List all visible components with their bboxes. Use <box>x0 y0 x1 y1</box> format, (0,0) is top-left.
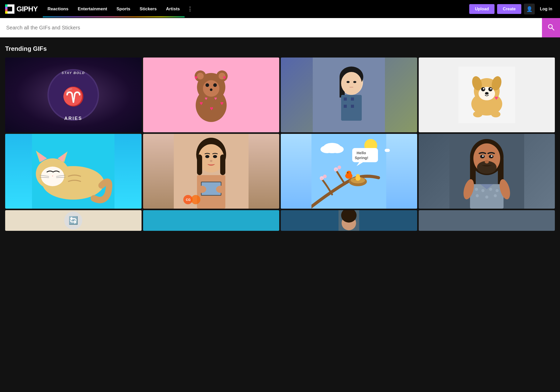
header: GIPHY Reactions Entertainment Sports Sti… <box>0 0 560 18</box>
svg-point-126 <box>489 188 492 191</box>
svg-point-100 <box>323 175 327 178</box>
svg-point-57 <box>491 111 500 117</box>
main-nav: Reactions Entertainment Sports Stickers … <box>43 1 467 17</box>
nav-item-reactions[interactable]: Reactions <box>43 1 73 17</box>
logo[interactable]: GIPHY <box>5 4 38 14</box>
svg-rect-75 <box>197 154 202 175</box>
svg-text:♈: ♈ <box>62 86 85 107</box>
giphy-logo-icon <box>5 4 14 14</box>
svg-point-86 <box>191 195 200 204</box>
svg-point-127 <box>496 189 499 192</box>
svg-rect-95 <box>352 148 378 162</box>
logo-text: GIPHY <box>17 5 38 13</box>
nav-item-stickers[interactable]: Stickers <box>135 1 161 17</box>
gif-item-partial-2[interactable] <box>143 210 279 231</box>
svg-rect-2 <box>5 9 7 11</box>
svg-point-36 <box>347 81 350 83</box>
gif-item-cat[interactable] <box>5 134 142 209</box>
search-input[interactable] <box>0 19 542 36</box>
nav-item-sports[interactable]: Sports <box>112 1 135 17</box>
svg-rect-42 <box>344 105 347 108</box>
svg-point-22 <box>213 83 217 87</box>
gif-item-aries[interactable]: ♈ STAY BOLD ARIES <box>5 58 142 132</box>
svg-rect-0 <box>5 4 7 7</box>
svg-text:🔄: 🔄 <box>69 216 78 225</box>
svg-point-54 <box>485 92 489 95</box>
svg-text:♥: ♥ <box>495 94 498 101</box>
nav-more-icon[interactable]: ⋮ <box>185 6 195 12</box>
svg-point-82 <box>197 186 206 193</box>
gif-item-girl[interactable] <box>281 58 417 132</box>
gif-grid: ♈ STAY BOLD ARIES <box>5 58 555 209</box>
svg-rect-43 <box>351 105 354 108</box>
svg-point-130 <box>494 194 497 197</box>
svg-point-18 <box>197 73 204 79</box>
section-title: Trending GIFs <box>5 45 555 52</box>
svg-point-122 <box>485 160 489 164</box>
gif-item-jason[interactable] <box>419 134 555 209</box>
svg-text:♥: ♥ <box>214 96 217 101</box>
svg-text:CG: CG <box>186 198 191 202</box>
profile-button[interactable]: 👤 <box>524 4 535 14</box>
search-bar <box>0 18 560 37</box>
svg-point-37 <box>353 81 356 83</box>
svg-text:♥: ♥ <box>223 74 226 81</box>
svg-rect-1 <box>5 7 7 9</box>
nav-item-entertainment[interactable]: Entertainment <box>73 1 112 17</box>
svg-text:♥: ♥ <box>200 100 203 107</box>
svg-point-90 <box>331 145 344 153</box>
aries-label-text: ARIES <box>64 116 82 121</box>
search-icon <box>547 23 555 32</box>
svg-point-79 <box>210 160 212 162</box>
svg-point-23 <box>210 88 212 91</box>
nav-actions: Upload Create 👤 Log in <box>469 4 555 14</box>
svg-point-77 <box>205 155 209 158</box>
gif-item-bear[interactable]: ♥ ♥ ♥ ♥ ♥ ♥ ♥ <box>143 58 279 132</box>
svg-text:Hello: Hello <box>357 151 366 155</box>
gif-item-woman-phone[interactable]: CG <box>143 134 279 209</box>
svg-text:♥: ♥ <box>210 105 213 112</box>
svg-rect-5 <box>10 4 12 7</box>
svg-point-125 <box>481 189 484 192</box>
svg-text:Spring!: Spring! <box>355 156 368 160</box>
svg-point-56 <box>473 111 482 117</box>
svg-point-110 <box>347 172 348 173</box>
svg-rect-41 <box>351 97 354 101</box>
search-button[interactable] <box>542 18 560 37</box>
svg-point-102 <box>337 166 341 169</box>
svg-point-53 <box>490 88 492 89</box>
nav-item-artists[interactable]: Artists <box>161 1 185 17</box>
gif-item-partial-1[interactable]: 🔄 <box>5 210 142 231</box>
gif-item-partial-4[interactable] <box>419 210 555 231</box>
svg-point-120 <box>482 155 484 157</box>
svg-rect-4 <box>7 4 10 7</box>
svg-point-106 <box>356 174 360 178</box>
svg-point-128 <box>476 194 479 197</box>
gif-item-corgi[interactable]: ♥ <box>419 58 555 132</box>
svg-text:♥: ♥ <box>194 74 198 81</box>
svg-rect-40 <box>344 97 347 101</box>
gif-grid-row3: 🔄 <box>5 210 555 231</box>
svg-point-124 <box>475 188 478 191</box>
gif-item-spring[interactable]: Hello Spring! <box>281 134 417 209</box>
svg-point-121 <box>491 155 492 157</box>
svg-point-35 <box>341 72 362 95</box>
create-button[interactable]: Create <box>497 4 521 14</box>
svg-point-129 <box>485 195 488 199</box>
svg-point-52 <box>483 88 484 89</box>
svg-rect-3 <box>5 11 7 14</box>
login-button[interactable]: Log in <box>537 7 555 11</box>
svg-rect-8 <box>12 4 14 11</box>
svg-point-133 <box>465 182 474 189</box>
svg-rect-7 <box>7 11 14 14</box>
gif-item-partial-3[interactable] <box>281 210 417 231</box>
upload-button[interactable]: Upload <box>469 4 495 14</box>
svg-text:♥: ♥ <box>205 96 208 101</box>
svg-text:♥: ♥ <box>220 100 224 107</box>
svg-line-10 <box>552 28 554 30</box>
aries-stay-bold-text: STAY BOLD <box>62 71 85 75</box>
main-content: Trending GIFs ♈ STAY BOLD ARIES <box>0 37 560 239</box>
svg-point-78 <box>213 155 217 158</box>
profile-icon: 👤 <box>526 6 533 12</box>
svg-point-83 <box>216 186 225 193</box>
